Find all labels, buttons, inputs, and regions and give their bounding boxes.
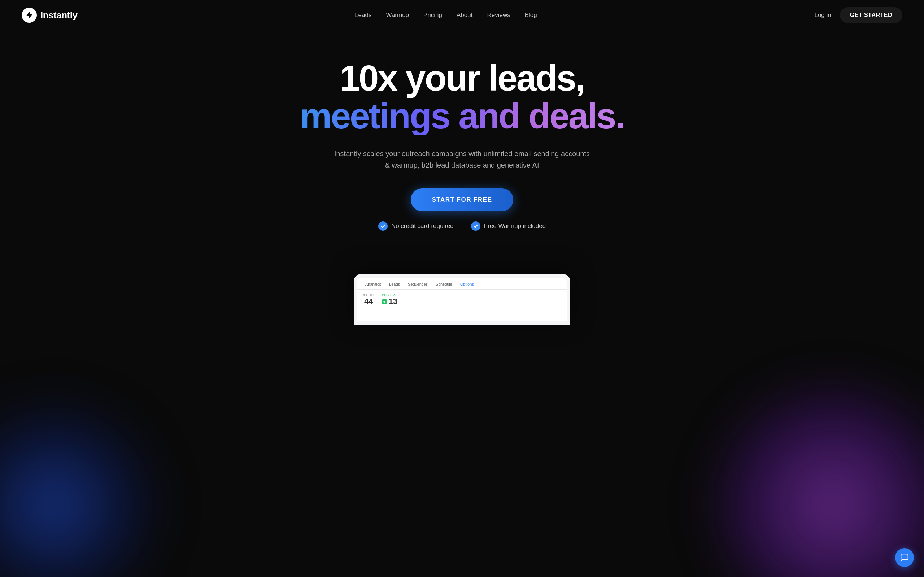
stat-positive-value: 13 [389, 297, 397, 306]
nav-item-blog[interactable]: Blog [525, 11, 537, 18]
logo-link[interactable]: Instantly [22, 8, 77, 23]
dashboard-content: REPLIED 44 POSITIVE ● 13 [357, 290, 567, 310]
dashboard-tab-options[interactable]: Options [457, 280, 478, 289]
chat-button[interactable] [895, 548, 914, 567]
stat-positive-badge: ● [381, 299, 387, 304]
dashboard-tab-schedule[interactable]: Schedule [432, 280, 456, 289]
check-icon-1 [378, 221, 388, 231]
badge-no-credit-card: No credit card required [378, 221, 454, 231]
dashboard-card: Analytics Leads Sequences Schedule Optio… [354, 274, 570, 324]
check-icon-2 [471, 221, 480, 231]
hero-subtext: Instantly scales your outreach campaigns… [332, 148, 592, 171]
svg-marker-0 [26, 11, 32, 19]
nav-item-warmup[interactable]: Warmup [386, 11, 409, 18]
stat-replied: REPLIED 44 [362, 293, 376, 306]
login-link[interactable]: Log in [814, 11, 831, 19]
nav-item-about[interactable]: About [457, 11, 472, 18]
dashboard-tab-analytics[interactable]: Analytics [362, 280, 385, 289]
dashboard-tab-leads[interactable]: Leads [386, 280, 404, 289]
blob-purple [708, 379, 924, 577]
logo-icon [22, 8, 37, 23]
navbar: Instantly Leads Warmup Pricing About Rev… [0, 0, 924, 30]
nav-actions: Log in GET STARTED [814, 7, 902, 23]
nav-item-pricing[interactable]: Pricing [423, 11, 442, 18]
stat-positive-label: POSITIVE [382, 293, 397, 297]
hero-headline-line1: 10x your leads, [340, 58, 584, 98]
dashboard-tabs: Analytics Leads Sequences Schedule Optio… [357, 278, 567, 290]
stat-replied-label: REPLIED [362, 293, 376, 297]
dashboard-tab-sequences[interactable]: Sequences [404, 280, 431, 289]
badge-no-credit-card-text: No credit card required [391, 222, 454, 230]
dashboard-preview: Analytics Leads Sequences Schedule Optio… [0, 274, 924, 324]
nav-item-reviews[interactable]: Reviews [487, 11, 510, 18]
hero-headline-line2: meetings and deals. [300, 97, 624, 135]
nav-item-leads[interactable]: Leads [355, 11, 372, 18]
get-started-button[interactable]: GET STARTED [840, 7, 902, 23]
hero-badges: No credit card required Free Warmup incl… [378, 221, 546, 231]
dashboard-inner: Analytics Leads Sequences Schedule Optio… [357, 278, 567, 321]
badge-free-warmup-text: Free Warmup included [484, 222, 546, 230]
stat-positive: POSITIVE ● 13 [381, 293, 398, 306]
logo-text: Instantly [40, 10, 77, 21]
blob-blue [0, 397, 162, 577]
badge-free-warmup: Free Warmup included [471, 221, 546, 231]
start-for-free-button[interactable]: START FOR FREE [411, 188, 513, 211]
hero-section: 10x your leads, meetings and deals. Inst… [0, 30, 924, 253]
hero-headline: 10x your leads, meetings and deals. [300, 59, 624, 135]
nav-links: Leads Warmup Pricing About Reviews Blog [355, 11, 537, 19]
stat-replied-value: 44 [364, 297, 373, 306]
